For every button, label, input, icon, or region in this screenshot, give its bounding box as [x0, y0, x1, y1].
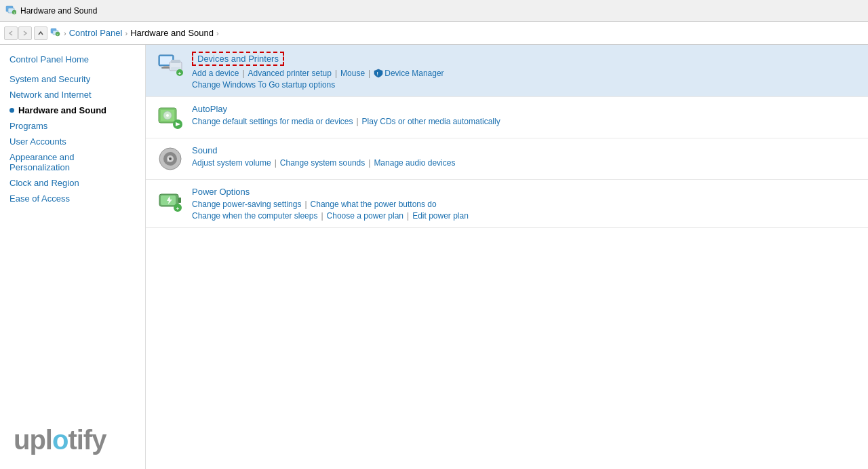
autoplay-icon — [157, 104, 184, 131]
sidebar-item-label: Programs — [9, 121, 47, 131]
breadcrumb-current: Hardware and Sound — [130, 28, 214, 38]
sidebar-item-label: System and Security — [9, 74, 90, 84]
svg-text:♪: ♪ — [167, 157, 170, 163]
svg-rect-10 — [163, 66, 169, 67]
svg-text:+: + — [176, 206, 180, 212]
content-area: + Devices and Printers Add a device | Ad… — [146, 45, 868, 469]
shield-icon: ! — [374, 69, 383, 78]
edit-power-plan-link[interactable]: Edit power plan — [412, 211, 469, 221]
breadcrumb-icon: + — [50, 26, 61, 39]
active-bullet — [9, 108, 14, 113]
autoplay-links: Change default settings for media or dev… — [192, 117, 857, 126]
watermark: uplotify — [14, 425, 106, 455]
sidebar-item-label: Control Panel Home — [9, 54, 89, 64]
power-icon: + — [157, 187, 184, 214]
power-options-link[interactable]: Power Options — [192, 187, 250, 197]
power-links-row1: Change power-saving settings | Change wh… — [192, 200, 857, 209]
svg-rect-30 — [178, 198, 181, 203]
svg-rect-13 — [171, 60, 180, 63]
breadcrumb-control-panel[interactable]: Control Panel — [69, 28, 123, 38]
devices-and-printers-link[interactable]: Devices and Printers — [192, 52, 284, 66]
sidebar-item-clock-and-region[interactable]: Clock and Region — [0, 175, 145, 191]
watermark-highlight: o — [52, 425, 68, 455]
sidebar-item-appearance-and-personalization[interactable]: Appearance and Personalization — [0, 149, 145, 175]
add-device-link[interactable]: Add a device — [192, 69, 239, 78]
svg-text:!: ! — [377, 71, 378, 76]
section-autoplay: AutoPlay Change default settings for med… — [146, 97, 868, 138]
section-power-options: + Power Options Change power-saving sett… — [146, 180, 868, 228]
play-cds-link[interactable]: Play CDs or other media automatically — [362, 117, 500, 126]
choose-power-plan-link[interactable]: Choose a power plan — [327, 211, 403, 221]
watermark-prefix: upl — [14, 425, 52, 455]
sidebar-item-label: Clock and Region — [9, 178, 79, 188]
back-button[interactable] — [4, 26, 18, 40]
advanced-printer-setup-link[interactable]: Advanced printer setup — [248, 69, 332, 78]
change-system-sounds-link[interactable]: Change system sounds — [280, 158, 365, 168]
section-power-body: Power Options Change power-saving settin… — [192, 187, 857, 221]
sidebar-item-network-and-internet[interactable]: Network and Internet — [0, 87, 145, 102]
mouse-link[interactable]: Mouse — [340, 69, 365, 78]
title-bar-text: Hardware and Sound — [20, 6, 97, 16]
sound-icon: ♪ — [157, 145, 184, 172]
sound-links: Adjust system volume | Change system sou… — [192, 158, 857, 168]
change-power-buttons-link[interactable]: Change what the power buttons do — [311, 200, 437, 209]
change-power-saving-link[interactable]: Change power-saving settings — [192, 200, 301, 209]
sidebar-item-label: Ease of Access — [9, 193, 70, 204]
main-layout: Control Panel Home System and Security N… — [0, 45, 868, 469]
device-manager-group: ! Device Manager — [374, 69, 443, 78]
section-devices-body: Devices and Printers Add a device | Adva… — [192, 52, 857, 90]
address-bar: + › Control Panel › Hardware and Sound › — [0, 22, 868, 45]
sidebar-item-hardware-and-sound[interactable]: Hardware and Sound — [0, 102, 145, 118]
title-bar: + Hardware and Sound — [0, 0, 868, 22]
titlebar-icon: + — [5, 4, 16, 17]
section-autoplay-body: AutoPlay Change default settings for med… — [192, 104, 857, 126]
manage-audio-link[interactable]: Manage audio devices — [374, 158, 455, 168]
sidebar-item-user-accounts[interactable]: User Accounts — [0, 134, 145, 149]
section-sound: ♪ Sound Adjust system volume | Change sy… — [146, 138, 868, 180]
nav-buttons — [4, 26, 47, 40]
section-sound-body: Sound Adjust system volume | Change syst… — [192, 145, 857, 168]
section-devices-and-printers: + Devices and Printers Add a device | Ad… — [146, 45, 868, 97]
power-links-row2: Change when the computer sleeps | Choose… — [192, 211, 857, 221]
svg-point-21 — [166, 114, 169, 117]
sidebar-item-system-and-security[interactable]: System and Security — [0, 71, 145, 87]
devices-icon: + — [157, 52, 184, 79]
sound-link[interactable]: Sound — [192, 145, 218, 155]
device-manager-link[interactable]: Device Manager — [384, 69, 443, 78]
sidebar-item-label: Network and Internet — [9, 90, 92, 100]
sidebar-item-label: Hardware and Sound — [18, 105, 106, 115]
sidebar-item-ease-of-access[interactable]: Ease of Access — [0, 191, 145, 206]
sidebar-item-label: User Accounts — [9, 136, 66, 147]
watermark-suffix: tify — [68, 425, 106, 455]
devices-links-row2: Change Windows To Go startup options — [192, 80, 857, 90]
breadcrumb: + › Control Panel › Hardware and Sound › — [50, 26, 219, 39]
svg-text:+: + — [178, 71, 182, 77]
sep1: › — [64, 29, 66, 37]
up-button[interactable] — [34, 26, 47, 40]
autoplay-link[interactable]: AutoPlay — [192, 104, 227, 114]
adjust-volume-link[interactable]: Adjust system volume — [192, 158, 271, 168]
windows-to-go-link[interactable]: Change Windows To Go startup options — [192, 80, 335, 90]
sidebar-item-programs[interactable]: Programs — [0, 118, 145, 134]
sidebar-item-label: Appearance and Personalization — [9, 152, 136, 172]
change-default-settings-link[interactable]: Change default settings for media or dev… — [192, 117, 353, 126]
sep3: › — [216, 29, 219, 37]
sep2: › — [125, 29, 127, 37]
devices-links: Add a device | Advanced printer setup | … — [192, 69, 857, 78]
sidebar: Control Panel Home System and Security N… — [0, 45, 146, 469]
change-sleep-link[interactable]: Change when the computer sleeps — [192, 211, 317, 221]
forward-button[interactable] — [18, 26, 32, 40]
sidebar-item-control-panel-home[interactable]: Control Panel Home — [0, 52, 145, 67]
